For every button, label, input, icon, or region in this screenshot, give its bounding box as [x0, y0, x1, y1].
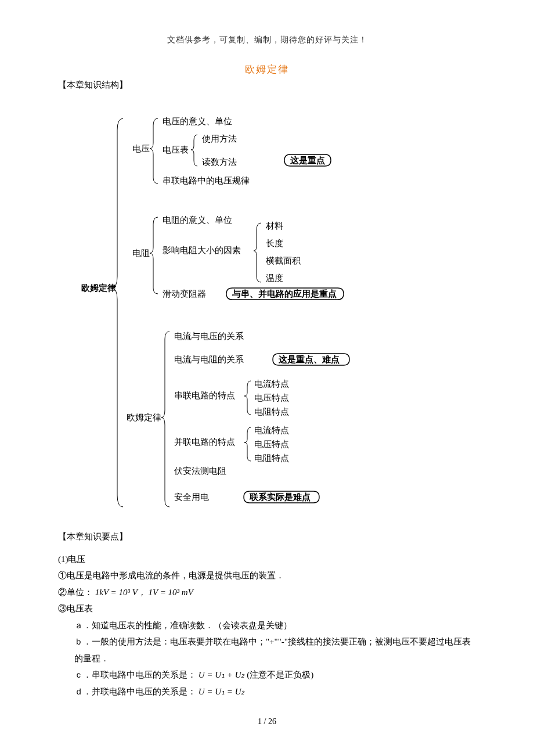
parallel-voltage: 电压特点: [254, 440, 289, 449]
line-6: ｂ．一般的使用方法是：电压表要并联在电路中；"+""-"接线柱的接法要正确；被测…: [74, 633, 476, 667]
header-note: 文档供参考，可复制、编制，期待您的好评与关注！: [58, 35, 476, 45]
voltmeter-label: 电压表: [163, 145, 189, 154]
series-voltage: 电压特点: [254, 393, 289, 402]
line-8-prefix: ｄ．并联电路中电压的关系是：: [74, 687, 196, 696]
diagram-svg: 欧姆定律 电压 电压的意义、单位 电压表 使用方法 读数方法 这是重点 串联电路…: [81, 96, 453, 514]
resistance-label: 电阻: [132, 249, 150, 258]
page-current: 1: [258, 717, 262, 726]
parallel-current: 电流特点: [254, 426, 289, 435]
slider-label: 滑动变阻器: [163, 289, 206, 298]
factor-material: 材料: [265, 221, 283, 231]
safety: 安全用电: [174, 492, 209, 502]
factor-temp: 温度: [266, 273, 283, 283]
knowledge-points-section: 【本章知识要点】 (1)电压 ①电压是电路中形成电流的条件，电源是提供电压的装置…: [58, 528, 476, 700]
line-4: ③电压表: [58, 600, 476, 617]
line-5: ａ．知道电压表的性能，准确读数．（会读表盘是关键）: [74, 617, 476, 634]
resistance-meaning: 电阻的意义、单位: [163, 215, 232, 225]
resistance-box: 与串、并电路的应用是重点: [232, 289, 337, 298]
section-knowledge-points-title: 【本章知识要点】: [58, 528, 476, 545]
page-total: 26: [268, 717, 276, 726]
voltmeter-use: 使用方法: [202, 134, 237, 143]
parallel-resistance: 电阻特点: [254, 453, 289, 463]
line-1: (1)电压: [58, 551, 476, 568]
voltage-box: 这是重点: [290, 155, 325, 165]
line-7: ｃ．串联电路中电压的关系是： U = U₁ + U₂ (注意不是正负极): [74, 667, 476, 683]
section-knowledge-structure-title: 【本章知识结构】: [58, 80, 476, 91]
voltage-item-meaning: 电压的意义、单位: [163, 117, 232, 126]
resistance-factors-label: 影响电阻大小的因素: [163, 246, 241, 255]
voltage-series-rule: 串联电路中的电压规律: [163, 176, 250, 185]
document-title: 欧姆定律: [58, 63, 476, 76]
page-sep: /: [262, 717, 268, 726]
line-8-formula: U = U₁ = U₂: [199, 687, 245, 696]
document-page: 文档供参考，可复制、编制，期待您的好评与关注！ 欧姆定律 【本章知识结构】 欧姆…: [0, 0, 534, 750]
parallel-label: 并联电路的特点: [174, 437, 235, 447]
series-resistance: 电阻特点: [254, 407, 289, 416]
voltage-label: 电压: [132, 144, 150, 153]
line-3-formula: 1kV = 10³ V， 1V = 10³ mV: [95, 588, 193, 597]
va-method: 伏安法测电阻: [174, 466, 226, 476]
ohm-rel-voltage: 电流与电压的关系: [174, 332, 244, 341]
series-label: 串联电路的特点: [174, 391, 235, 400]
line-7-formula: U = U₁ + U₂: [199, 670, 245, 679]
ohm-label: 欧姆定律: [127, 413, 161, 422]
series-current: 电流特点: [254, 379, 289, 388]
line-2: ①电压是电路中形成电流的条件，电源是提供电压的装置．: [58, 567, 476, 584]
line-3: ②单位： 1kV = 10³ V， 1V = 10³ mV: [58, 584, 476, 601]
ohm-rel-resistance: 电流与电阻的关系: [174, 355, 244, 364]
knowledge-structure-diagram: 欧姆定律 电压 电压的意义、单位 电压表 使用方法 读数方法 这是重点 串联电路…: [81, 96, 453, 517]
line-3-prefix: ②单位：: [58, 588, 93, 597]
voltmeter-read: 读数方法: [202, 157, 237, 167]
factor-area: 横截面积: [266, 256, 301, 265]
line-8: ｄ．并联电路中电压的关系是： U = U₁ = U₂: [74, 683, 476, 700]
line-7-prefix: ｃ．串联电路中电压的关系是：: [74, 670, 196, 679]
page-number: 1 / 26: [58, 717, 476, 726]
ohm-box-key: 这是重点、难点: [278, 354, 340, 364]
safety-box: 联系实际是难点: [249, 492, 311, 502]
factor-length: 长度: [266, 239, 283, 248]
diagram-root-label: 欧姆定律: [81, 283, 116, 293]
line-7-suffix: (注意不是正负极): [247, 670, 313, 679]
